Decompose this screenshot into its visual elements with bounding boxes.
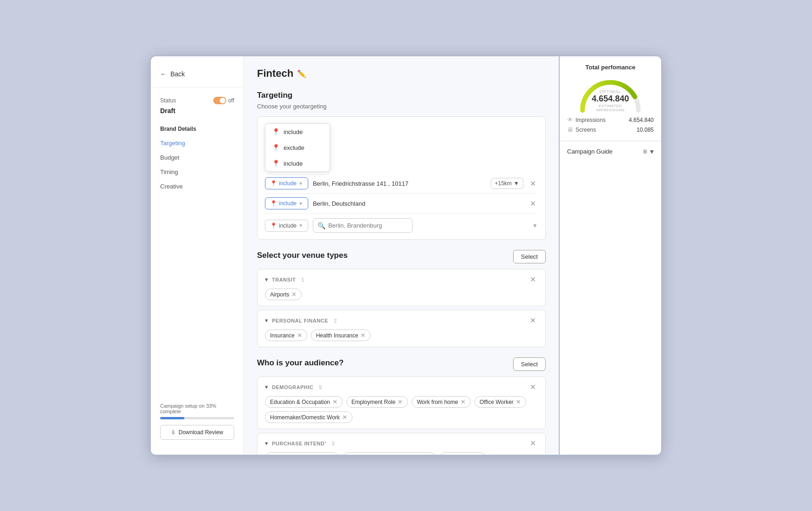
tag-homemaker-remove[interactable]: ✕	[342, 414, 347, 421]
finance-left: ▾ PERSONAL FINANCE 2	[265, 317, 337, 324]
tag-employment-role-remove[interactable]: ✕	[398, 398, 403, 405]
transit-tags: Airports ✕	[265, 289, 538, 300]
geo-search-input[interactable]	[313, 218, 413, 233]
audience-section: Who is your audience? Select ▾ DEMOGRAPH…	[257, 357, 546, 455]
campaign-guide-label: Campaign Guide	[567, 148, 613, 155]
purchase-tags: Social Networking App ✕ Blogs/Forums/Soc…	[265, 452, 538, 455]
purchase-category-row: ▾ PURCHASE INTEND' 3 ✕	[265, 439, 538, 448]
status-value: off	[228, 97, 234, 104]
demographic-left: ▾ DEMOGRAPHIC 5	[265, 383, 322, 390]
sidebar-item-creative[interactable]: Creative	[151, 179, 244, 194]
download-icon: ⇩	[171, 429, 176, 436]
venue-header: Select your venue types Select	[257, 250, 546, 263]
geo-search-icon: 🔍	[318, 222, 325, 229]
tag-blogs-forums: Blogs/Forums/Social Networks ✕	[342, 452, 436, 455]
geo-add-row: 📍 include ▼ 🔍 ▼	[265, 214, 538, 233]
sidebar-item-targeting[interactable]: Targeting	[151, 136, 244, 150]
tag-label-airports: Airports	[270, 291, 289, 298]
demographic-chevron[interactable]: ▾	[265, 383, 268, 390]
tag-work-from-home: Work from home ✕	[412, 396, 470, 408]
tag-homemaker: Homemaker/Domestic Work ✕	[265, 411, 352, 423]
tag-airports-remove[interactable]: ✕	[291, 291, 297, 298]
perf-title: Total perfomance	[567, 64, 654, 71]
demographic-label: DEMOGRAPHIC	[272, 384, 313, 390]
green-pin-1: 📍	[270, 180, 277, 187]
transit-chevron[interactable]: ▾	[265, 276, 268, 283]
draft-label: Draft	[151, 106, 244, 121]
filter-icon[interactable]: ≡	[643, 148, 647, 156]
tag-label-employment-role: Employment Role	[352, 399, 396, 405]
gauge-number: 4.654.840	[592, 94, 629, 104]
sidebar-item-timing[interactable]: Timing	[151, 165, 244, 179]
eye-icon: 👁	[567, 116, 573, 123]
geo-search-wrap: 🔍	[313, 218, 528, 233]
screens-value: 10.085	[636, 127, 654, 133]
demographic-close-btn[interactable]: ✕	[528, 383, 538, 391]
impressions-label: 👁 Impressions	[567, 116, 606, 123]
audience-select-button[interactable]: Select	[513, 357, 546, 371]
gauge-optimal-label: OPTIMAL	[592, 89, 629, 94]
include2-pin-icon: 📍	[272, 160, 280, 167]
purchase-close-btn[interactable]: ✕	[528, 439, 538, 448]
back-button[interactable]: ← Back	[151, 66, 244, 87]
location-text-1: Berlin, Friedrichstrasse 141 , 10117	[313, 180, 486, 187]
finance-count: 2	[334, 318, 337, 323]
tag-label-edu-occ: Education & Occupation	[270, 399, 330, 405]
main-content: Fintech ✏️ Targeting Choose your geotarg…	[244, 56, 559, 455]
download-review-button[interactable]: ⇩ Download Review	[160, 425, 234, 440]
tag-label-insurance: Insurance	[270, 332, 295, 339]
venue-select-button[interactable]: Select	[513, 250, 546, 263]
tag-health-insurance-remove[interactable]: ✕	[360, 332, 365, 339]
venue-finance-card: ▾ PERSONAL FINANCE 2 ✕ Insurance ✕ Healt…	[257, 310, 546, 347]
screens-text: Screens	[575, 127, 596, 133]
tag-edu-occ-remove[interactable]: ✕	[332, 398, 338, 405]
geo-include-btn-2[interactable]: 📍 include ▼	[265, 197, 308, 209]
status-toggle[interactable]: off	[213, 97, 234, 104]
tag-insurance-remove[interactable]: ✕	[297, 332, 302, 339]
finance-label: PERSONAL FINANCE	[272, 318, 328, 323]
progress-bar-fill	[160, 417, 184, 419]
impressions-text: Impressions	[575, 117, 606, 123]
tag-work-from-home-remove[interactable]: ✕	[460, 398, 466, 405]
right-panel: Total perfomance	[559, 56, 661, 455]
transit-left: ▾ TRANSIT 1	[265, 276, 304, 283]
demographic-category-row: ▾ DEMOGRAPHIC 5 ✕	[265, 383, 538, 391]
status-label: Status	[160, 97, 176, 104]
km-arrow-icon: ▼	[514, 180, 519, 187]
impressions-value: 4.654.840	[629, 117, 654, 123]
finance-tags: Insurance ✕ Health Insurance ✕	[265, 329, 538, 341]
campaign-guide-row: Campaign Guide ≡ ▾	[560, 141, 661, 161]
search-dropdown-arrow: ▼	[532, 222, 538, 229]
include-pin-icon: 📍	[272, 128, 280, 135]
gauge-estimated-label: ESTIMATED IMPRESSIONS	[592, 104, 629, 112]
purchase-chevron[interactable]: ▾	[265, 440, 268, 447]
finance-close-btn[interactable]: ✕	[528, 316, 538, 325]
page-title-row: Fintech ✏️	[257, 67, 546, 80]
sidebar-divider	[151, 87, 244, 87]
dropdown-include2-item[interactable]: 📍 include	[265, 155, 330, 171]
edit-icon[interactable]: ✏️	[297, 69, 306, 78]
tag-office-worker-remove[interactable]: ✕	[516, 398, 521, 405]
progress-text: Campaign setup on 33% complete	[160, 403, 234, 414]
transit-close-btn[interactable]: ✕	[528, 275, 538, 284]
impressions-stat-row: 👁 Impressions 4.654.840	[567, 116, 654, 123]
geo-close-btn-1[interactable]: ✕	[528, 179, 538, 188]
venue-transit-card: ▾ TRANSIT 1 ✕ Airports ✕	[257, 269, 546, 306]
geo-close-btn-2[interactable]: ✕	[528, 199, 538, 208]
back-arrow-icon: ←	[160, 70, 167, 78]
geo-include-add-btn[interactable]: 📍 include ▼	[265, 220, 308, 232]
chevron-down-icon[interactable]: ▾	[650, 147, 654, 156]
gauge-center-text: OPTIMAL 4.654.840 ESTIMATED IMPRESSIONS	[592, 89, 629, 112]
dropdown-include-item[interactable]: 📍 include	[265, 124, 330, 140]
green-pin-2: 📍	[270, 200, 277, 207]
transit-category-row: ▾ TRANSIT 1 ✕	[265, 275, 538, 284]
sidebar-item-budget[interactable]: Budget	[151, 150, 244, 165]
geo-row-2: 📍 include ▼ Berlin, Deutschland ✕	[265, 194, 538, 214]
tag-employment-role: Employment Role ✕	[346, 396, 408, 408]
dropdown-exclude-item[interactable]: 📍 exclude	[265, 140, 330, 155]
audience-demographic-card: ▾ DEMOGRAPHIC 5 ✕ Education & Occupation…	[257, 377, 546, 429]
geo-km-btn-1[interactable]: +15km ▼	[491, 178, 523, 189]
geo-include-btn-1[interactable]: 📍 include ▼	[265, 177, 308, 189]
finance-category-row: ▾ PERSONAL FINANCE 2 ✕	[265, 316, 538, 325]
finance-chevron[interactable]: ▾	[265, 317, 268, 324]
